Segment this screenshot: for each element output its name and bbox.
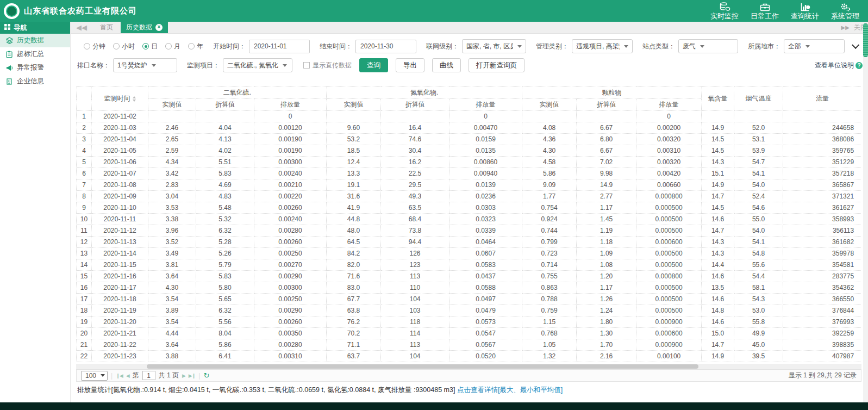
- value-cell: 3.81: [148, 259, 196, 271]
- value-cell: 5.32: [196, 214, 254, 225]
- value-cell: 0.00260: [254, 202, 327, 214]
- sidebar-item-company[interactable]: 企业信息: [0, 74, 70, 88]
- value-cell: 14.7: [702, 339, 734, 351]
- new-query-page-button[interactable]: 打开新查询页: [469, 58, 524, 72]
- value-cell: 114: [381, 328, 449, 339]
- sub-header-measured: 实测值: [327, 99, 381, 111]
- city-select[interactable]: 全部: [784, 39, 845, 53]
- sidebar-item-history[interactable]: 历史数据: [0, 34, 70, 47]
- radio-icon: [113, 43, 120, 49]
- row-index-cell: 11: [77, 225, 92, 237]
- value-cell: 0: [449, 111, 522, 122]
- value-cell: 0.00420: [636, 168, 702, 179]
- sidebar-item-alarm[interactable]: 异常报警: [0, 61, 70, 74]
- horizontal-scrollbar-thumb[interactable]: [147, 364, 698, 369]
- curve-button[interactable]: 曲线: [432, 58, 461, 72]
- header-o2: 氧含量: [702, 87, 734, 111]
- prev-page-button[interactable]: ◀: [126, 373, 129, 378]
- sidebar-item-label: 企业信息: [17, 77, 44, 86]
- nav-item-system[interactable]: 系统管理: [831, 2, 859, 20]
- time-column-header[interactable]: 监测时间: [92, 87, 148, 111]
- row-index-cell: 16: [77, 282, 92, 294]
- unit-description-link[interactable]: 查看单位说明 ?: [815, 61, 863, 70]
- table-row: 32020-11-042.654.130.0019053.274.60.0159…: [77, 134, 862, 145]
- tab-home[interactable]: 首页: [92, 22, 121, 33]
- sidebar-item-exceed[interactable]: 超标汇总: [0, 47, 70, 61]
- manage-type-select[interactable]: 违规项目, 高架源,: [572, 39, 633, 53]
- value-cell: [577, 111, 636, 122]
- value-cell: 104: [381, 294, 449, 305]
- unit-description-label: 查看单位说明: [815, 61, 854, 70]
- end-time-input[interactable]: [355, 40, 416, 53]
- query-button[interactable]: 查询: [359, 58, 388, 72]
- gear-icon: [840, 2, 851, 11]
- nav-item-realtime[interactable]: 实时监控: [710, 2, 739, 20]
- radio-period-月[interactable]: 月: [165, 42, 180, 51]
- collapse-filters-icon[interactable]: [852, 41, 859, 49]
- value-cell: 0.754: [522, 202, 577, 214]
- network-level-select[interactable]: 国家, 省, 市, 区县: [462, 39, 526, 53]
- value-cell: 5.83: [196, 271, 254, 282]
- value-cell: 29.5: [381, 179, 449, 191]
- value-cell: 0.755: [522, 271, 577, 282]
- date-cell: 2020-11-17: [92, 282, 148, 294]
- radio-period-小时[interactable]: 小时: [113, 42, 135, 51]
- chart-icon: [800, 2, 810, 11]
- row-index-cell: 9: [77, 202, 92, 214]
- value-cell: 1.30: [577, 328, 636, 339]
- view-details-link[interactable]: 点击查看详情[最大、最小和平均值]: [457, 386, 563, 394]
- radio-period-日[interactable]: 日: [142, 42, 158, 51]
- vertical-scrollbar[interactable]: [863, 22, 868, 402]
- value-cell: 9.09: [522, 179, 577, 191]
- row-index-cell: 13: [77, 248, 92, 259]
- tab-close-icon[interactable]: ×: [155, 24, 163, 31]
- value-cell: 3.64: [148, 339, 196, 351]
- value-cell: 368086: [783, 134, 861, 145]
- clipboard-icon: [5, 51, 13, 58]
- nav-item-daily[interactable]: 日常工作: [751, 2, 779, 20]
- next-page-button[interactable]: ▶: [182, 373, 185, 378]
- page-size-select[interactable]: 100: [81, 371, 108, 381]
- value-cell: 0.00260: [254, 316, 327, 328]
- value-cell: 5.86: [196, 339, 254, 351]
- radio-period-分钟[interactable]: 分钟: [84, 42, 105, 51]
- site-type-select[interactable]: 废气: [678, 39, 738, 53]
- value-cell: 63.7: [327, 351, 381, 362]
- value-cell: 0.0135: [449, 145, 522, 157]
- value-cell: 104: [381, 351, 449, 362]
- site-type-label: 站点类型：: [642, 42, 675, 51]
- tabs-scroll-right-icon[interactable]: ▶▶: [841, 24, 850, 30]
- last-page-button[interactable]: ▶❙: [189, 373, 195, 378]
- radio-period-年[interactable]: 年: [188, 42, 203, 51]
- value-cell: 366550: [783, 294, 861, 305]
- row-index-cell: 7: [77, 179, 92, 191]
- page-number-input[interactable]: [142, 371, 155, 380]
- refresh-icon[interactable]: ↻: [203, 371, 209, 380]
- top-nav: 实时监控日常工作查询统计系统管理: [710, 2, 868, 20]
- value-cell: 8.04: [196, 328, 254, 339]
- manage-type-value: 违规项目, 高架源,: [576, 42, 620, 51]
- export-button[interactable]: 导出: [396, 58, 424, 72]
- value-cell: 1.08: [577, 259, 636, 271]
- outlet-select[interactable]: 1号焚烧炉: [113, 58, 177, 72]
- top-bar: 山东省联合农药工业有限公司 实时监控日常工作查询统计系统管理: [0, 0, 868, 22]
- start-time-input[interactable]: [249, 40, 310, 53]
- value-cell: 83.0: [327, 282, 381, 294]
- nav-item-stats[interactable]: 查询统计: [791, 2, 819, 20]
- sidebar-header: 导航: [0, 22, 70, 34]
- direct-data-checkbox[interactable]: 显示直传数据: [303, 61, 352, 70]
- value-cell: 71.6: [327, 271, 381, 282]
- date-cell: 2020-11-04: [92, 134, 148, 145]
- period-radio-group: 分钟小时日月年: [84, 42, 203, 51]
- value-cell: 3.53: [148, 202, 196, 214]
- vertical-scrollbar-thumb[interactable]: [863, 23, 868, 57]
- value-cell: 14.7: [702, 191, 734, 202]
- tabs-scroll-left-icon[interactable]: ◀◀: [71, 22, 92, 33]
- tab-history-data[interactable]: 历史数据 ×: [121, 22, 168, 33]
- monitor-item-select[interactable]: 二氧化硫., 氮氧化: [223, 58, 292, 72]
- row-index-cell: 15: [77, 271, 92, 282]
- first-page-button[interactable]: ❙◀: [116, 373, 122, 378]
- value-cell: 15.1: [702, 168, 734, 179]
- horizontal-scrollbar[interactable]: [76, 364, 861, 369]
- value-cell: [702, 111, 734, 122]
